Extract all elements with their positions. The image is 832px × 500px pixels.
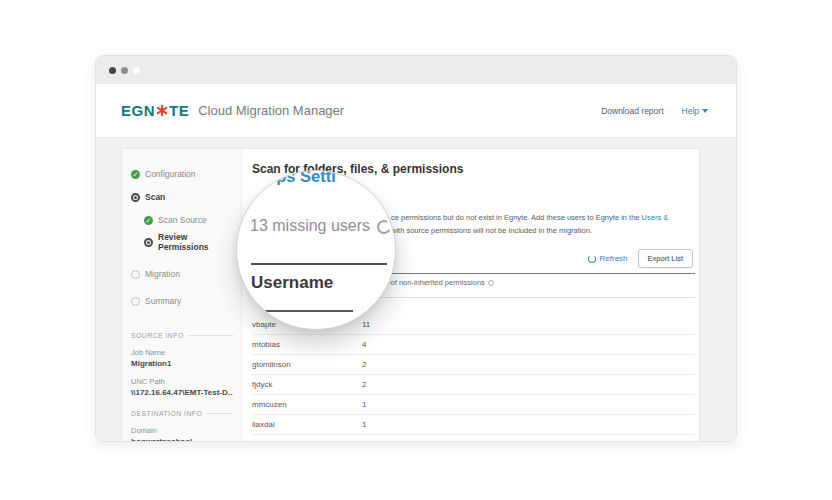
check-icon: ✓ <box>144 216 153 225</box>
sidebar-item-label: Scan Source <box>158 215 207 225</box>
sidebar-item-label: Summary <box>145 296 181 306</box>
domain-value: hogwartsschool <box>131 437 233 442</box>
table-row[interactable]: fjdyck 2 <box>252 375 695 395</box>
description-text: ce permissions but do not exist in Egnyt… <box>391 213 642 222</box>
job-name-value: Migration1 <box>131 359 233 368</box>
sidebar-item-configuration[interactable]: ✓ Configuration <box>131 169 233 179</box>
egnyte-asterisk-icon <box>156 104 168 117</box>
table-toolbar: Refresh Export List <box>588 249 693 268</box>
sidebar-item-review-permissions[interactable]: Review Permissions <box>144 232 233 252</box>
permission-count-cell: 1 <box>362 400 366 409</box>
egnyte-logo-mark: EGN TE <box>121 102 189 119</box>
job-name-label: Job Name <box>131 348 233 357</box>
export-list-button[interactable]: Export List <box>638 249 693 268</box>
logo-text-suffix: TE <box>169 102 189 119</box>
chevron-down-icon <box>702 109 708 113</box>
sidebar-item-label: Review Permissions <box>158 232 233 252</box>
sidebar-item-scan-source[interactable]: ✓ Scan Source <box>144 215 233 225</box>
unc-path-label: UNC Path <box>131 377 233 386</box>
username-cell: mtobias <box>252 340 362 349</box>
window-chrome-bar <box>96 56 736 84</box>
destination-info-section: DESTINATION INFO Domain hogwartsschool <box>131 410 233 442</box>
column-header-permissions: r of non-inherited permissions <box>386 278 494 287</box>
check-icon: ✓ <box>131 170 140 179</box>
window-dot-icon[interactable] <box>121 67 128 74</box>
gear-icon <box>144 238 153 247</box>
app-window: EGN TE Cloud Migration Manager Download … <box>95 55 737 442</box>
page-title: Scan for folders, files, & permissions <box>252 162 463 176</box>
username-cell: liaxdal <box>252 420 362 429</box>
sidebar-item-scan[interactable]: Scan <box>131 192 233 202</box>
circle-outline-icon <box>131 297 140 306</box>
wizard-sidebar: ✓ Configuration Scan ✓ Scan Source Revie… <box>122 149 242 442</box>
table-row[interactable]: mtobias 4 <box>252 335 695 355</box>
destination-info-header: DESTINATION INFO <box>131 410 233 417</box>
window-dot-icon[interactable] <box>109 67 116 74</box>
sidebar-item-summary[interactable]: Summary <box>131 296 233 306</box>
refresh-label: Refresh <box>600 254 628 263</box>
description-line2: with source permissions will not be incl… <box>391 226 592 235</box>
username-cell: mmcuzen <box>252 400 362 409</box>
table-row[interactable]: mmcuzen 1 <box>252 395 695 415</box>
window-body: ✓ Configuration Scan ✓ Scan Source Revie… <box>96 138 736 442</box>
sidebar-item-migration[interactable]: Migration <box>131 269 233 279</box>
username-cell: gtomlinson <box>252 360 362 369</box>
unc-path-value: \\172.16.64.47\EMT-Test-D... <box>131 388 233 397</box>
users-groups-link[interactable]: Users & <box>642 213 669 222</box>
screenshot-stage: EGN TE Cloud Migration Manager Download … <box>0 0 832 500</box>
refresh-icon <box>588 255 596 263</box>
download-report-link[interactable]: Download report <box>601 106 663 116</box>
magnifier-lens: oups Setti 13 missing users Username <box>236 170 396 330</box>
sidebar-item-label: Configuration <box>145 169 196 179</box>
window-dot-icon[interactable] <box>133 67 140 74</box>
app-title: Cloud Migration Manager <box>198 103 344 118</box>
gear-icon <box>131 193 140 202</box>
sidebar-item-label: Migration <box>145 269 180 279</box>
header-links: Download report Help <box>601 106 708 116</box>
app-header: EGN TE Cloud Migration Manager Download … <box>96 84 736 138</box>
logo-text-prefix: EGN <box>121 102 155 119</box>
source-info-label: SOURCE INFO <box>131 332 184 339</box>
magnified-info-icon <box>375 218 392 235</box>
description-line1: ce permissions but do not exist in Egnyt… <box>391 213 668 222</box>
permission-count-cell: 4 <box>362 340 366 349</box>
users-table: vbapte 11 mtobias 4 gtomlinson 2 fjdyc <box>252 315 695 435</box>
content-card: ✓ Configuration Scan ✓ Scan Source Revie… <box>121 148 700 442</box>
egnyte-logo: EGN TE Cloud Migration Manager <box>121 102 344 119</box>
column-header-text: r of non-inherited permissions <box>386 278 485 287</box>
source-info-section: SOURCE INFO Job Name Migration1 UNC Path… <box>131 332 233 397</box>
permission-count-cell: 11 <box>362 320 370 329</box>
magnified-missing-users-text: 13 missing users <box>250 217 370 235</box>
domain-label: Domain <box>131 426 233 435</box>
circle-outline-icon <box>131 270 140 279</box>
help-menu[interactable]: Help <box>682 106 708 116</box>
sidebar-item-label: Scan <box>145 192 165 202</box>
refresh-button[interactable]: Refresh <box>588 254 628 263</box>
magnified-divider <box>251 263 387 265</box>
destination-info-label: DESTINATION INFO <box>131 410 202 417</box>
info-icon[interactable] <box>488 280 494 286</box>
permission-count-cell: 2 <box>362 360 366 369</box>
table-row[interactable]: liaxdal 1 <box>252 415 695 435</box>
help-label: Help <box>682 106 699 116</box>
magnified-username-header: Username <box>251 273 333 293</box>
username-cell: fjdyck <box>252 380 362 389</box>
magnified-divider <box>259 310 353 312</box>
permission-count-cell: 2 <box>362 380 366 389</box>
permission-count-cell: 1 <box>362 420 366 429</box>
table-row[interactable]: gtomlinson 2 <box>252 355 695 375</box>
source-info-header: SOURCE INFO <box>131 332 233 339</box>
